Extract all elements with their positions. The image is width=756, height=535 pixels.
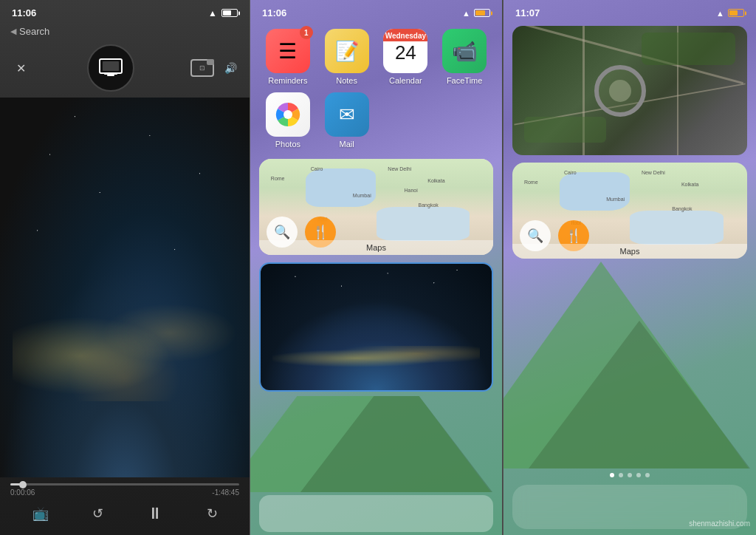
top-controls-row: ✕ ⊡ 🔊 (0, 41, 250, 98)
page-dot-5 (645, 473, 650, 477)
status-bar-panel3: 11:07 ▲ (504, 0, 756, 21)
search-bar-p1: ◀ Search (0, 21, 250, 41)
wifi-icon-p1: ▲ (208, 8, 217, 18)
watermark: shenmazhishi.com (689, 519, 750, 528)
time-remaining: -1:48:45 (212, 488, 239, 497)
maps-widget-p2[interactable]: Rome New Delhi Kolkata Hanoi Cairo Mumba… (259, 159, 493, 255)
search-label: Search (19, 26, 49, 37)
time-panel2: 11:06 (262, 7, 286, 18)
volume-button[interactable]: 🔊 (221, 59, 239, 77)
app-grid: ☰ 1 Reminders 📝 Notes Wednesday 24 Calen… (250, 21, 502, 156)
maps-label-p3: Maps (512, 244, 747, 259)
mail-label: Mail (340, 140, 354, 149)
app-notes[interactable]: 📝 Notes (321, 29, 373, 85)
playback-controls: 📺 ↺ ⏸ ↻ (0, 500, 250, 535)
page-dot-1 (610, 473, 614, 477)
home-screen-panel: 11:06 ▲ ☰ 1 Reminders 📝 Notes W (250, 0, 503, 535)
pip-button[interactable]: ⊡ (190, 59, 214, 77)
satellite-image (512, 26, 747, 155)
time-panel1: 11:06 (12, 7, 36, 18)
app-facetime[interactable]: 📹 FaceTime (439, 29, 490, 85)
video-player-panel: 11:06 ▲ ◀ Search ✕ ⊡ 🔊 (0, 0, 250, 535)
wifi-icon-p3: ▲ (716, 9, 724, 18)
progress-bar-container[interactable]: 0:00:06 -1:48:45 (0, 477, 250, 500)
app-switcher-panel: 11:07 ▲ (503, 0, 756, 535)
video-card-p2[interactable] (259, 262, 493, 392)
forward-15-icon[interactable]: ↻ (207, 505, 218, 522)
reminders-badge: 1 (300, 26, 313, 39)
wifi-icon-p2: ▲ (462, 9, 470, 18)
screen-mirror-button[interactable] (87, 44, 134, 92)
time-elapsed: 0:00:06 (10, 488, 35, 497)
facetime-label: FaceTime (447, 76, 483, 85)
app-mail[interactable]: ✉ Mail (321, 92, 373, 149)
app-reminders[interactable]: ☰ 1 Reminders (262, 29, 314, 85)
svg-rect-2 (107, 75, 114, 76)
page-dot-4 (636, 473, 641, 477)
page-dot-3 (628, 473, 632, 477)
video-area (0, 98, 250, 477)
svg-rect-3 (103, 61, 119, 71)
battery-p2 (474, 9, 490, 17)
status-bar-panel2: 11:06 ▲ (250, 0, 502, 21)
app-photos[interactable]: Photos (262, 92, 314, 149)
calendar-day-label: Wednesday (383, 29, 427, 41)
pause-button[interactable]: ⏸ (147, 504, 163, 523)
close-button[interactable]: ✕ (10, 58, 31, 78)
app-calendar[interactable]: Wednesday 24 Calendar (380, 29, 432, 85)
photos-label: Photos (275, 140, 300, 149)
svg-point-5 (284, 110, 292, 119)
wallpaper-decoration-p3 (504, 262, 756, 468)
time-panel3: 11:07 (515, 7, 540, 18)
status-bar-panel1: 11:06 ▲ (0, 0, 250, 21)
battery-p1 (221, 9, 238, 17)
rewind-15-icon[interactable]: ↺ (92, 505, 103, 522)
battery-p3 (728, 9, 744, 17)
svg-rect-1 (104, 73, 117, 75)
back-chevron-icon: ◀ (10, 27, 16, 36)
dock-area-p2 (259, 495, 493, 532)
apple-park-ring (594, 65, 646, 117)
airplay-icon[interactable]: 📺 (32, 505, 49, 522)
calendar-date: 24 (395, 41, 416, 64)
calendar-label: Calendar (389, 76, 422, 85)
notes-label: Notes (336, 76, 357, 85)
wallpaper-decoration-p2 (250, 396, 502, 492)
page-dots (504, 468, 756, 482)
maps-widget-p3[interactable]: Rome New Delhi Kolkata Cairo Mumbai Bang… (512, 163, 747, 259)
page-dot-2 (619, 473, 623, 477)
maps-widget-label-p2: Maps (259, 240, 493, 255)
reminders-label: Reminders (268, 76, 307, 85)
